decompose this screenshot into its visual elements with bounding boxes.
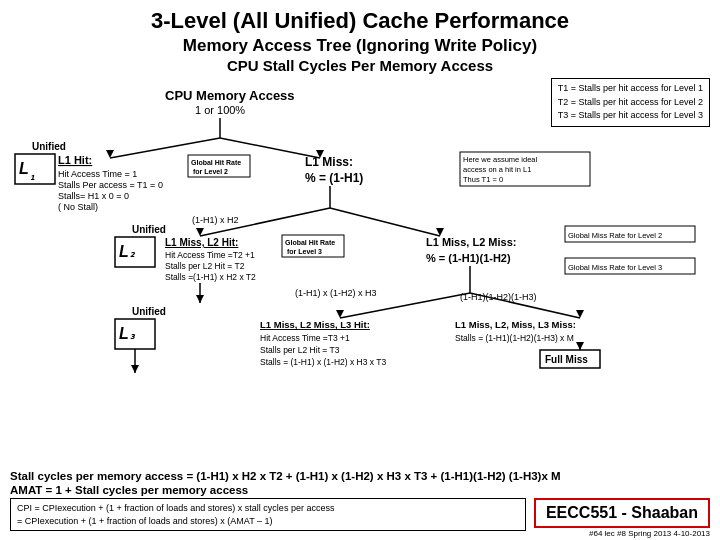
svg-text:%  =   (1-H1)(1-H2): % = (1-H1)(1-H2)	[426, 252, 511, 264]
svg-text:access on a hit in L1: access on a hit in L1	[463, 165, 531, 174]
svg-text:Stalls per L2 Hit = T3: Stalls per L2 Hit = T3	[260, 345, 340, 355]
svg-text:Full Miss: Full Miss	[545, 354, 588, 365]
course-box-container: EECC551 - Shaaban #64 lec #8 Spring 2013…	[534, 498, 710, 538]
svg-text:L: L	[19, 160, 29, 177]
svg-text:L1 Miss, L2  Hit:: L1 Miss, L2 Hit:	[165, 237, 238, 248]
svg-text:Here we assume ideal: Here we assume ideal	[463, 155, 538, 164]
diagram-svg: CPU Memory Access 1 or 100% Unified L ₁ …	[10, 78, 710, 468]
svg-text:for Level 2: for Level 2	[193, 168, 228, 175]
svg-text:Hit Access Time =T3 +1: Hit Access Time =T3 +1	[260, 333, 350, 343]
sub-title: Memory Access Tree (Ignoring Write Polic…	[10, 36, 710, 56]
page-container: 3-Level (All Unified) Cache Performance …	[0, 0, 720, 540]
svg-text:Global Miss Rate for  Level 2: Global Miss Rate for Level 2	[568, 231, 662, 240]
svg-text:L: L	[119, 325, 129, 342]
svg-text:L1 Miss, L2, Miss, L3   Miss:: L1 Miss, L2, Miss, L3 Miss:	[455, 319, 576, 330]
cpu-memory-pct: 1 or 100%	[195, 104, 245, 116]
svg-marker-65	[576, 342, 584, 350]
cpi-line2: = CPIexecution + (1 + fraction of loads …	[17, 515, 519, 528]
svg-marker-67	[196, 295, 204, 303]
course-sub: #64 lec #8 Spring 2013 4-10-2013	[534, 529, 710, 538]
svg-text:Unified: Unified	[132, 306, 166, 317]
svg-text:Global Hit Rate: Global Hit Rate	[191, 159, 241, 166]
svg-text:Stalls Per access = T1 = 0: Stalls Per access = T1 = 0	[58, 180, 163, 190]
bottom-section: Stall cycles per memory access = (1-H1) …	[10, 470, 710, 538]
svg-text:Stalls = (1-H1)(1-H2)(1-H3) x : Stalls = (1-H1)(1-H2)(1-H3) x M	[455, 333, 574, 343]
svg-text:L1 Miss, L2  Miss:: L1 Miss, L2 Miss:	[426, 236, 516, 248]
svg-text:Unified: Unified	[132, 224, 166, 235]
svg-text:(1-H1) x (1-H2) x H3: (1-H1) x (1-H2) x H3	[295, 288, 377, 298]
svg-text:% = (1-H1): % = (1-H1)	[305, 171, 363, 185]
svg-text:Hit Access Time =T2 +1: Hit Access Time =T2 +1	[165, 250, 255, 260]
svg-text:Thus  T1 = 0: Thus T1 = 0	[463, 175, 503, 184]
svg-text:for Level 3: for Level 3	[287, 248, 322, 255]
svg-marker-69	[131, 365, 139, 373]
svg-text:Hit Access Time = 1: Hit Access Time = 1	[58, 169, 137, 179]
svg-text:Stalls = (1-H1) x (1-H2) x H3 : Stalls = (1-H1) x (1-H2) x H3 x T3	[260, 357, 386, 367]
diagram-area: T1 = Stalls per hit access for Level 1 T…	[10, 78, 710, 468]
svg-text:(1-H1) x H2: (1-H1) x H2	[192, 215, 239, 225]
sub-title2: CPU Stall Cycles Per Memory Access	[10, 57, 710, 74]
cpu-memory-label: CPU Memory Access	[165, 88, 295, 103]
svg-text:Stalls per L2 Hit = T2: Stalls per L2 Hit = T2	[165, 261, 245, 271]
svg-text:Global Hit Rate: Global Hit Rate	[285, 239, 335, 246]
svg-text:( No Stall): ( No Stall)	[58, 202, 98, 212]
stall-formula: Stall cycles per memory access = (1-H1) …	[10, 470, 710, 482]
svg-text:L1  Miss:: L1 Miss:	[305, 155, 353, 169]
bottom-row: CPI = CPIexecution + (1 + fraction of lo…	[10, 498, 710, 538]
svg-line-25	[330, 208, 440, 236]
unified-l1-label: Unified	[32, 141, 66, 152]
svg-text:L1 Miss, L2 Miss, L3  Hit:: L1 Miss, L2 Miss, L3 Hit:	[260, 319, 370, 330]
svg-text:Stalls =(1-H1) x H2 x T2: Stalls =(1-H1) x H2 x T2	[165, 272, 256, 282]
main-title: 3-Level (All Unified) Cache Performance	[10, 8, 710, 34]
svg-text:L1  Hit:: L1 Hit:	[58, 154, 92, 166]
cpi-box: CPI = CPIexecution + (1 + fraction of lo…	[10, 498, 526, 531]
svg-text:Global Miss Rate for  Level 3: Global Miss Rate for Level 3	[568, 263, 662, 272]
course-label: EECC551 - Shaaban	[534, 498, 710, 528]
amat-formula: AMAT = 1 + Stall cycles per memory acces…	[10, 484, 710, 496]
cpi-line1: CPI = CPIexecution + (1 + fraction of lo…	[17, 502, 519, 515]
svg-text:Stalls= H1 x 0 = 0: Stalls= H1 x 0 = 0	[58, 191, 129, 201]
svg-text:L: L	[119, 243, 129, 260]
